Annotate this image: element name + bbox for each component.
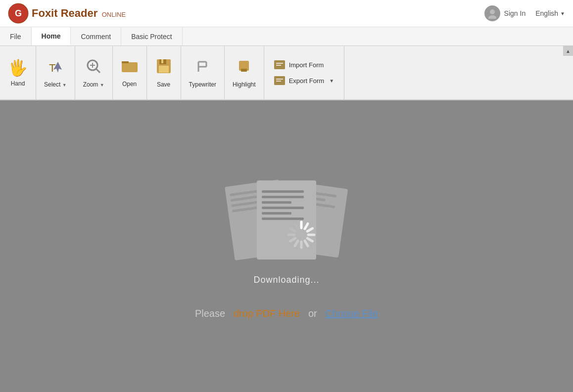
tab-file[interactable]: File xyxy=(0,27,32,45)
select-button[interactable]: T Select ▼ xyxy=(38,50,73,95)
svg-rect-12 xyxy=(122,61,129,63)
select-label-area: Select ▼ xyxy=(44,81,67,88)
doc-icon-area xyxy=(215,173,358,267)
svg-line-7 xyxy=(96,69,100,73)
svg-line-33 xyxy=(307,238,312,241)
toolbar-hand-group: 🖐 Hand xyxy=(0,46,36,99)
toolbar-zoom-group: Zoom ▼ xyxy=(75,46,113,99)
language-selector[interactable]: English ▼ xyxy=(535,9,565,17)
import-form-label: Import Form xyxy=(289,61,324,69)
save-label: Save xyxy=(157,81,170,88)
open-icon xyxy=(121,58,139,78)
please-text: Please xyxy=(195,308,225,319)
chevron-down-icon: ▼ xyxy=(560,11,565,16)
user-icon xyxy=(487,8,498,19)
downloading-text: Downloading... xyxy=(253,275,319,285)
foxit-logo-icon: G xyxy=(8,3,29,24)
save-button[interactable]: Save xyxy=(149,50,179,95)
export-form-arrow-icon: ▼ xyxy=(329,78,334,84)
toolbar-select-group: T Select ▼ xyxy=(36,46,75,99)
export-form-button[interactable]: Export Form ▼ xyxy=(271,74,337,87)
toolbar-open-group: Open xyxy=(113,46,147,99)
highlight-icon xyxy=(235,58,253,78)
header-right: Sign In English ▼ xyxy=(484,5,565,21)
open-button[interactable]: Open xyxy=(115,50,144,95)
typewriter-icon xyxy=(193,58,211,78)
save-icon xyxy=(155,58,172,78)
chevron-up-icon: ▲ xyxy=(566,48,571,54)
zoom-arrow-icon: ▼ xyxy=(100,83,104,87)
highlight-label: Highlight xyxy=(233,81,256,88)
tab-home[interactable]: Home xyxy=(32,27,71,45)
sign-in-button[interactable]: Sign In xyxy=(484,5,526,21)
loading-area: Downloading... Please drop PDF Here or C… xyxy=(195,173,378,319)
main-content: Downloading... Please drop PDF Here or C… xyxy=(0,100,573,392)
svg-rect-15 xyxy=(159,66,169,73)
tab-comment[interactable]: Comment xyxy=(71,27,121,45)
logo-online-text: ONLINE xyxy=(102,11,126,18)
zoom-icon xyxy=(85,58,102,78)
svg-rect-22 xyxy=(241,69,247,72)
svg-rect-11 xyxy=(122,62,138,72)
export-form-label: Export Form xyxy=(289,77,325,85)
or-text: or xyxy=(308,308,317,319)
svg-line-31 xyxy=(307,228,312,231)
svg-line-36 xyxy=(295,241,298,246)
logo-foxit-text: Foxit Reader xyxy=(32,7,97,19)
select-arrow-icon: ▼ xyxy=(62,83,67,87)
highlight-button[interactable]: Highlight xyxy=(227,50,262,95)
toolbar-save-group: Save xyxy=(147,46,181,99)
typewriter-label: Typewriter xyxy=(189,81,216,88)
svg-point-3 xyxy=(488,15,496,19)
app-header: G Foxit Reader ONLINE Sign In English ▼ xyxy=(0,0,573,27)
import-form-icon xyxy=(274,60,285,69)
language-label: English xyxy=(535,9,558,17)
nav-tabs: File Home Comment Basic Protect xyxy=(0,27,573,46)
toolbar-typewriter-group: Typewriter xyxy=(181,46,225,99)
svg-line-39 xyxy=(290,228,295,231)
toolbar: 🖐 Hand T Select ▼ xyxy=(0,46,573,100)
tab-basic-protect[interactable]: Basic Protect xyxy=(121,27,182,45)
app-logo: G Foxit Reader ONLINE xyxy=(8,3,126,24)
zoom-button[interactable]: Zoom ▼ xyxy=(77,50,110,95)
svg-line-40 xyxy=(295,223,298,228)
svg-rect-16 xyxy=(161,59,163,63)
logo-text-area: Foxit Reader ONLINE xyxy=(32,7,126,20)
hand-label: Hand xyxy=(11,80,25,87)
zoom-label-area: Zoom ▼ xyxy=(83,81,104,88)
svg-line-30 xyxy=(305,223,308,228)
hand-icon: 🖐 xyxy=(8,58,28,77)
svg-rect-23 xyxy=(274,60,285,69)
open-label: Open xyxy=(122,81,137,87)
import-form-button[interactable]: Import Form xyxy=(271,58,337,71)
sign-in-label: Sign In xyxy=(504,9,526,17)
select-icon: T xyxy=(47,58,64,78)
toolbar-form-group: Import Form Export Form ▼ xyxy=(264,46,344,99)
hand-button[interactable]: 🖐 Hand xyxy=(2,50,34,95)
svg-line-37 xyxy=(290,238,295,241)
svg-rect-26 xyxy=(274,76,285,85)
toolbar-collapse-button[interactable]: ▲ xyxy=(563,46,573,56)
svg-line-34 xyxy=(305,241,308,246)
drop-pdf-link[interactable]: drop PDF Here xyxy=(234,308,300,319)
svg-point-2 xyxy=(490,9,495,14)
typewriter-button[interactable]: Typewriter xyxy=(183,50,222,95)
drop-area-text: Please drop PDF Here or Choose File xyxy=(195,308,378,319)
avatar xyxy=(484,5,500,21)
svg-text:G: G xyxy=(15,8,22,18)
choose-file-link[interactable]: Choose File xyxy=(325,308,378,319)
export-form-icon xyxy=(274,76,285,85)
toolbar-highlight-group: Highlight xyxy=(225,46,264,99)
